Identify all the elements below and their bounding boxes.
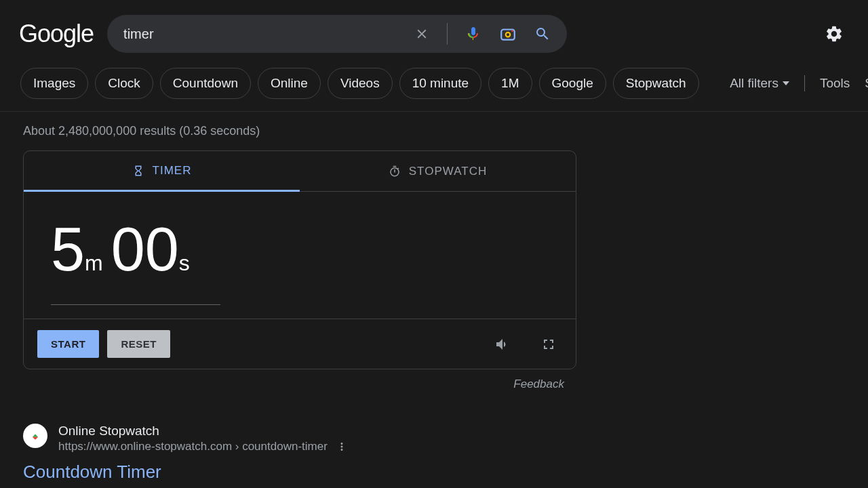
chip-1m[interactable]: 1M — [488, 68, 532, 99]
timer-controls: START RESET — [24, 319, 576, 369]
minutes-value: 5 — [51, 216, 85, 283]
search-icon[interactable] — [529, 20, 556, 47]
settings-icon[interactable] — [819, 19, 849, 49]
clear-icon[interactable] — [409, 21, 435, 47]
volume-icon[interactable] — [489, 331, 516, 358]
timer-widget: TIMER STOPWATCH 5m00s START RESET — [23, 150, 576, 369]
search-result: Online Stopwatch https://www.online-stop… — [23, 424, 868, 453]
chip-clock[interactable]: Clock — [95, 68, 153, 99]
header: Google — [0, 0, 868, 60]
chip-images[interactable]: Images — [20, 68, 88, 99]
tools-button[interactable]: Tools — [820, 76, 850, 91]
time-underline — [51, 304, 220, 305]
hourglass-icon — [132, 165, 144, 177]
chip-10-minute[interactable]: 10 minute — [399, 68, 481, 99]
camera-icon[interactable] — [494, 20, 522, 48]
chip-stopwatch[interactable]: Stopwatch — [613, 68, 699, 99]
time-display[interactable]: 5m00s — [51, 219, 555, 280]
chip-videos[interactable]: Videos — [328, 68, 393, 99]
all-filters-label: All filters — [730, 76, 778, 91]
divider — [447, 23, 448, 45]
google-logo[interactable]: Google — [19, 20, 94, 48]
result-url-text: https://www.online-stopwatch.com › count… — [58, 440, 328, 453]
mic-icon[interactable] — [460, 20, 487, 47]
result-stats: About 2,480,000,000 results (0.36 second… — [0, 111, 868, 150]
result-favicon — [23, 424, 47, 448]
feedback-link[interactable]: Feedback — [23, 369, 576, 391]
fullscreen-icon[interactable] — [535, 331, 562, 358]
svg-point-1 — [506, 33, 511, 37]
filter-chips-row: Images Clock Countdown Online Videos 10 … — [0, 60, 868, 111]
chevron-down-icon — [783, 81, 789, 85]
seconds-unit: s — [179, 251, 190, 275]
result-title-link[interactable]: Countdown Timer — [23, 462, 868, 483]
more-icon[interactable] — [336, 441, 348, 453]
result-url[interactable]: https://www.online-stopwatch.com › count… — [58, 440, 348, 453]
widget-tabs: TIMER STOPWATCH — [24, 151, 576, 192]
svg-point-2 — [511, 30, 513, 32]
divider — [804, 75, 805, 92]
stopwatch-icon — [389, 165, 401, 178]
chip-google[interactable]: Google — [539, 68, 606, 99]
search-input[interactable] — [123, 26, 402, 42]
seconds-value: 00 — [111, 216, 179, 283]
chip-online[interactable]: Online — [258, 68, 321, 99]
tab-stopwatch-label: STOPWATCH — [409, 165, 487, 178]
safesearch-partial[interactable]: S — [865, 76, 868, 91]
reset-button[interactable]: RESET — [107, 330, 170, 358]
timer-body: 5m00s — [24, 192, 576, 319]
minutes-unit: m — [85, 251, 103, 275]
all-filters-dropdown[interactable]: All filters — [730, 76, 789, 91]
tab-stopwatch[interactable]: STOPWATCH — [300, 151, 576, 192]
result-site-name[interactable]: Online Stopwatch — [58, 424, 348, 439]
start-button[interactable]: START — [37, 330, 99, 358]
chip-countdown[interactable]: Countdown — [160, 68, 251, 99]
tab-timer-label: TIMER — [153, 164, 192, 178]
search-bar — [107, 15, 567, 53]
tab-timer[interactable]: TIMER — [24, 151, 300, 192]
